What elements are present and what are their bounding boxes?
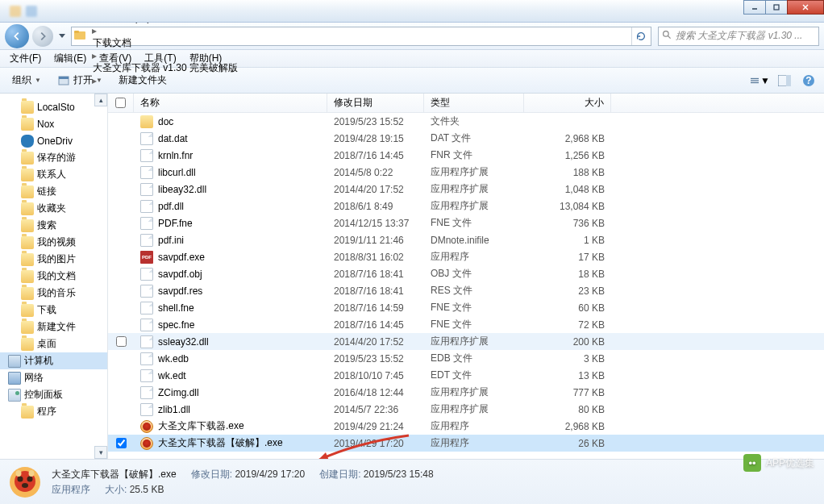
- minimize-button[interactable]: [743, 0, 766, 15]
- back-button[interactable]: [5, 24, 29, 48]
- file-row[interactable]: doc2019/5/23 15:52文件夹: [108, 113, 824, 130]
- sidebar-item[interactable]: 搜索: [0, 217, 107, 234]
- file-date: 2018/7/16 18:41: [327, 285, 424, 297]
- file-row[interactable]: 大圣文库下载器【破解】.exe2019/4/29 17:20应用程序26 KB: [108, 435, 824, 452]
- file-row[interactable]: savpdf.obj2018/7/16 18:41OBJ 文件18 KB: [108, 265, 824, 282]
- breadcrumb-segment[interactable]: 下载文档: [89, 36, 241, 50]
- file-size: 72 KB: [524, 319, 611, 331]
- column-checkbox[interactable]: [108, 94, 134, 112]
- file-row[interactable]: wk.edb2019/5/23 15:52EDB 文件3 KB: [108, 350, 824, 367]
- sidebar-item[interactable]: 网络: [0, 369, 107, 386]
- file-row[interactable]: dat.dat2019/4/28 19:15DAT 文件2,968 KB: [108, 130, 824, 147]
- maximize-button[interactable]: [765, 0, 788, 15]
- sidebar-item[interactable]: 联系人: [0, 166, 107, 183]
- preview-pane-button[interactable]: [774, 71, 795, 90]
- history-dropdown[interactable]: [56, 34, 68, 39]
- column-date[interactable]: 修改日期: [327, 94, 424, 112]
- file-row[interactable]: pdf.ini2019/1/11 21:46DMnote.inifile1 KB: [108, 231, 824, 248]
- view-options-button[interactable]: ▼: [750, 71, 771, 90]
- menu-tools[interactable]: 工具(T): [138, 50, 182, 67]
- column-name[interactable]: 名称: [134, 94, 327, 112]
- command-bar: 组织▼ 打开▼ 新建文件夹 ▼ ?: [0, 68, 824, 94]
- file-row[interactable]: PDF.fne2014/12/15 13:37FNE 文件736 KB: [108, 215, 824, 231]
- window-titlebar: [0, 0, 824, 23]
- help-button[interactable]: ?: [798, 71, 819, 90]
- file-name: wk.edt: [158, 370, 186, 381]
- file-row[interactable]: zlib1.dll2014/5/7 22:36应用程序扩展80 KB: [108, 401, 824, 418]
- sidebar-item[interactable]: Nox: [0, 115, 107, 132]
- row-checkbox[interactable]: [108, 438, 134, 448]
- address-bar[interactable]: 计算机▸本地磁盘 (H:)▸下载文档▸大圣文库下载器 v1.30 完美破解版▸: [71, 27, 651, 46]
- file-row[interactable]: libeay32.dll2014/4/20 17:52应用程序扩展1,048 K…: [108, 181, 824, 198]
- sidebar-item[interactable]: 收藏夹: [0, 200, 107, 217]
- file-row[interactable]: savpdf.res2018/7/16 18:41RES 文件23 KB: [108, 282, 824, 299]
- breadcrumb-arrow[interactable]: ▸: [89, 25, 241, 36]
- column-type[interactable]: 类型: [424, 94, 524, 112]
- file-date: 2014/4/20 17:52: [327, 184, 424, 195]
- sidebar-item-label: 我的视频: [37, 235, 76, 249]
- sidebar-item[interactable]: 桌面: [0, 335, 107, 352]
- file-row[interactable]: 大圣文库下载器.exe2019/4/29 21:24应用程序2,968 KB: [108, 418, 824, 435]
- sidebar-item[interactable]: 我的视频: [0, 234, 107, 251]
- file-row[interactable]: shell.fne2018/7/16 14:59FNE 文件60 KB: [108, 299, 824, 316]
- file-row[interactable]: spec.fne2018/7/16 14:45FNE 文件72 KB: [108, 316, 824, 333]
- search-placeholder: 搜索 大圣文库下载器 v1.30 ...: [676, 29, 802, 43]
- svg-point-19: [18, 476, 23, 481]
- file-size: 1,048 KB: [524, 184, 611, 195]
- svg-point-6: [664, 31, 669, 36]
- watermark: •• APP优选集: [743, 454, 814, 472]
- file-row[interactable]: libcurl.dll2014/5/8 0:22应用程序扩展188 KB: [108, 164, 824, 181]
- menu-edit[interactable]: 编辑(E): [48, 50, 93, 67]
- file-name: dat.dat: [158, 133, 188, 144]
- file-type: 应用程序扩展: [424, 199, 524, 213]
- menu-help[interactable]: 帮助(H): [183, 50, 229, 67]
- refresh-button[interactable]: [631, 27, 649, 45]
- file-row[interactable]: ZCimg.dll2016/4/18 12:44应用程序扩展777 KB: [108, 384, 824, 401]
- sidebar-item[interactable]: 程序: [0, 403, 107, 420]
- file-list[interactable]: 名称 修改日期 类型 大小 doc2019/5/23 15:52文件夹dat.d…: [108, 94, 824, 459]
- sidebar-item[interactable]: 下载: [0, 302, 107, 319]
- menu-bar: 文件(F) 编辑(E) 查看(V) 工具(T) 帮助(H): [0, 50, 824, 68]
- file-row[interactable]: krnln.fnr2018/7/16 14:45FNR 文件1,256 KB: [108, 147, 824, 164]
- navigation-tree[interactable]: ▴ LocalStoNoxOneDriv保存的游联系人链接收藏夹搜索我的视频我的…: [0, 94, 108, 459]
- file-type: 应用程序扩展: [424, 335, 524, 348]
- tree-scroll-down[interactable]: ▾: [94, 446, 107, 459]
- search-input[interactable]: 搜索 大圣文库下载器 v1.30 ...: [658, 27, 819, 46]
- file-type: RES 文件: [424, 284, 524, 298]
- organize-button[interactable]: 组织▼: [5, 71, 48, 90]
- svg-line-7: [668, 35, 670, 38]
- sidebar-item-label: 计算机: [24, 354, 53, 368]
- file-date: 2018/7/16 14:59: [327, 302, 424, 314]
- column-size[interactable]: 大小: [524, 94, 611, 112]
- file-name: savpdf.res: [158, 285, 202, 297]
- sidebar-item[interactable]: 保存的游: [0, 149, 107, 166]
- file-row[interactable]: wk.edt2018/10/10 7:45EDT 文件13 KB: [108, 367, 824, 384]
- file-row[interactable]: ssleay32.dll2014/4/20 17:52应用程序扩展200 KB: [108, 333, 824, 350]
- sidebar-item[interactable]: 链接: [0, 183, 107, 200]
- sidebar-item[interactable]: 我的文档: [0, 268, 107, 285]
- file-date: 2019/5/23 15:52: [327, 116, 424, 127]
- sidebar-item[interactable]: 我的音乐: [0, 285, 107, 302]
- newfolder-button[interactable]: 新建文件夹: [111, 71, 174, 90]
- file-name: spec.fne: [158, 319, 194, 331]
- open-button[interactable]: 打开▼: [50, 71, 110, 90]
- sidebar-item[interactable]: 计算机: [0, 352, 107, 369]
- row-checkbox[interactable]: [108, 336, 134, 347]
- close-button[interactable]: [787, 0, 824, 15]
- details-created: 2019/5/23 15:48: [364, 469, 434, 480]
- sidebar-item-label: 我的文档: [37, 269, 76, 283]
- file-row[interactable]: pdf.dll2018/6/1 8:49应用程序扩展13,084 KB: [108, 198, 824, 215]
- sidebar-item[interactable]: 控制面板: [0, 386, 107, 403]
- sidebar-item[interactable]: 我的图片: [0, 251, 107, 268]
- forward-button[interactable]: [32, 26, 53, 47]
- sidebar-item[interactable]: OneDriv: [0, 132, 107, 149]
- file-date: 2019/4/29 21:24: [327, 421, 424, 432]
- sidebar-item[interactable]: LocalSto: [0, 98, 107, 115]
- sidebar-item[interactable]: 新建文件: [0, 319, 107, 335]
- menu-view[interactable]: 查看(V): [93, 50, 138, 67]
- tree-scroll-up[interactable]: ▴: [94, 94, 107, 106]
- menu-file[interactable]: 文件(F): [3, 50, 48, 67]
- file-row[interactable]: savpdf.exe2018/8/31 16:02应用程序17 KB: [108, 248, 824, 265]
- file-size: 2,968 KB: [524, 421, 611, 432]
- details-filetype: 应用程序: [52, 483, 90, 497]
